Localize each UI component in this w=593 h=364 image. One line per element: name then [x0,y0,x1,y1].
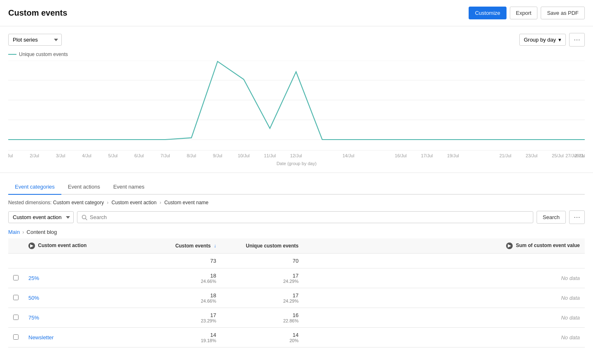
breadcrumb-separator: › [22,229,24,235]
table-section: Event categories Event actions Event nam… [0,173,593,354]
row-action-link-1[interactable]: 25% [28,275,39,281]
svg-text:2/Jul: 2/Jul [30,153,39,158]
row-checkbox-4[interactable] [13,334,19,340]
col-header-events[interactable]: Custom events ↓ [139,238,221,254]
row-action-link-3[interactable]: 75% [28,315,39,321]
svg-text:31/Jul: 31/Jul [579,153,585,158]
save-pdf-button[interactable]: Save as PDF [541,7,585,19]
svg-text:5/Jul: 5/Jul [108,153,118,158]
legend-line-icon [8,54,16,55]
customize-button[interactable]: Customize [469,7,506,19]
breadcrumb-current: Content blog [27,229,57,235]
tab-event-categories[interactable]: Event categories [8,180,61,195]
svg-text:3/Jul: 3/Jul [56,153,65,158]
table-more-button[interactable]: ⋯ [569,210,585,224]
x-axis-title: Date (group by day) [8,161,585,166]
search-button[interactable]: Search [537,211,566,224]
table-row: 25% 18 24.66% 17 24.29% No data [8,268,585,288]
col-header-sum: ▶ Sum of custom event value [304,238,585,254]
row-checkbox-1[interactable] [13,275,19,280]
breadcrumb-main[interactable]: Main [8,229,20,235]
svg-line-29 [86,218,87,220]
svg-text:7/Jul: 7/Jul [161,153,170,158]
table-header-row: ▶ Custom event action Custom events ↓ Un… [8,238,585,254]
svg-text:17/Jul: 17/Jul [421,153,433,158]
svg-text:12/Jul: 12/Jul [290,153,302,158]
chart-legend: Unique custom events [8,51,585,57]
col-header-checkbox [8,238,23,254]
search-box [77,211,533,223]
table-row: 75% 17 23.29% 16 22.86% No data [8,308,585,328]
svg-text:11/Jul: 11/Jul [264,153,276,158]
svg-text:14/Jul: 14/Jul [343,153,355,158]
chart-svg: 1/Jul 2/Jul 3/Jul 4/Jul 5/Jul 6/Jul 7/Ju… [8,61,585,159]
svg-text:10/Jul: 10/Jul [238,153,250,158]
export-button[interactable]: Export [510,7,538,19]
tabs: Event categories Event actions Event nam… [8,180,585,195]
total-events: 73 [144,258,216,264]
legend-label: Unique custom events [19,51,68,57]
row-checkbox-2[interactable] [13,295,19,300]
page-title: Custom events [8,8,67,18]
svg-text:8/Jul: 8/Jul [187,153,196,158]
search-icon [82,215,87,220]
total-unique: 70 [226,258,299,264]
sort-arrow-icon: ↓ [214,243,216,249]
sum-col-icon: ▶ [506,243,513,249]
tab-event-names[interactable]: Event names [107,180,151,195]
dimension-dropdown[interactable]: Custom event action [8,211,74,223]
chart-more-button[interactable]: ⋯ [569,33,585,47]
plot-series-dropdown[interactable]: Plot series [8,34,62,46]
svg-text:6/Jul: 6/Jul [134,153,144,158]
svg-text:1/Jul: 1/Jul [8,153,13,158]
search-input[interactable] [90,214,529,220]
row-action-link-4[interactable]: Newsletter [28,334,54,341]
svg-text:23/Jul: 23/Jul [525,153,537,158]
svg-text:4/Jul: 4/Jul [82,153,91,158]
chart-controls: Plot series Group by day ▾ ⋯ [8,33,585,47]
data-table: ▶ Custom event action Custom events ↓ Un… [8,238,585,348]
chart-right-controls: Group by day ▾ ⋯ [519,33,585,47]
page-header: Custom events Customize Export Save as P… [0,0,593,26]
tab-event-actions[interactable]: Event actions [61,180,107,195]
action-col-icon: ▶ [28,243,35,249]
header-actions: Customize Export Save as PDF [469,7,585,19]
group-by-button[interactable]: Group by day ▾ [519,34,566,46]
group-by-label: Group by day [524,37,556,43]
table-row: 50% 18 24.66% 17 24.29% No data [8,288,585,308]
svg-text:16/Jul: 16/Jul [395,153,407,158]
table-row-total: 73 70 [8,254,585,268]
chevron-down-icon: ▾ [558,37,561,43]
table-row: Newsletter 14 19.18% 14 20% No data [8,328,585,348]
svg-text:19/Jul: 19/Jul [447,153,459,158]
breadcrumb: Main › Content blog [8,229,585,235]
col-header-action: ▶ Custom event action [23,238,139,254]
chart-wrapper: 24 18 12 6 0 1/Jul 2/Jul 3 [8,61,585,166]
svg-text:21/Jul: 21/Jul [500,153,511,158]
row-action-link-2[interactable]: 50% [28,295,39,301]
filter-row: Custom event action Search ⋯ [8,210,585,224]
svg-text:9/Jul: 9/Jul [213,153,222,158]
row-checkbox-3[interactable] [13,315,19,320]
nested-dimensions: Nested dimensions: Custom event category… [8,200,585,205]
chart-section: Plot series Group by day ▾ ⋯ Unique cust… [0,26,593,173]
col-header-unique: Unique custom events [221,238,304,254]
svg-text:25/Jul: 25/Jul [552,153,564,158]
